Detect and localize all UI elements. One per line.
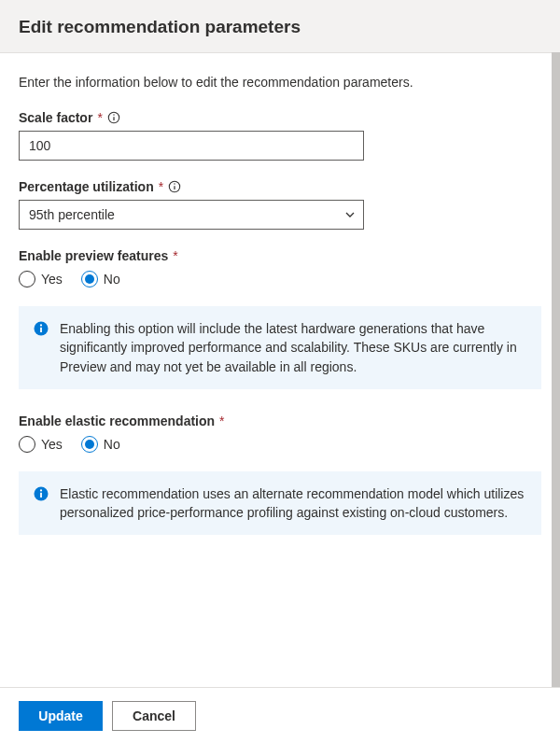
- percentage-utilization-label-row: Percentage utilization *: [19, 179, 541, 194]
- field-percentage-utilization: Percentage utilization *: [19, 179, 541, 230]
- enable-preview-info-text: Enabling this option will include the la…: [60, 319, 526, 376]
- enable-preview-label-row: Enable preview features *: [19, 248, 541, 263]
- field-enable-preview: Enable preview features * Yes No Enablin…: [19, 248, 541, 389]
- scrollbar[interactable]: [552, 52, 560, 687]
- svg-point-2: [113, 114, 114, 115]
- enable-elastic-yes[interactable]: Yes: [19, 436, 63, 453]
- required-indicator: *: [173, 248, 177, 263]
- field-scale-factor: Scale factor *: [19, 110, 541, 161]
- scale-factor-label: Scale factor: [19, 110, 92, 125]
- scale-factor-input[interactable]: [19, 131, 364, 161]
- required-indicator: *: [159, 179, 163, 194]
- enable-elastic-no[interactable]: No: [81, 436, 120, 453]
- svg-rect-7: [40, 328, 42, 332]
- percentage-utilization-label: Percentage utilization: [19, 179, 154, 194]
- radio-label: No: [104, 437, 120, 452]
- info-icon[interactable]: [168, 180, 181, 193]
- cancel-button[interactable]: Cancel: [112, 701, 196, 731]
- svg-point-5: [174, 183, 175, 184]
- radio-label: Yes: [41, 437, 63, 452]
- radio-icon: [81, 436, 98, 453]
- info-icon: [34, 321, 49, 336]
- content-area: Enter the information below to edit the …: [0, 52, 560, 687]
- svg-rect-10: [40, 493, 42, 498]
- enable-preview-yes[interactable]: Yes: [19, 271, 63, 287]
- radio-icon: [81, 271, 98, 287]
- enable-preview-label: Enable preview features: [19, 248, 168, 263]
- info-icon[interactable]: [107, 111, 120, 124]
- update-button[interactable]: Update: [19, 701, 103, 731]
- percentage-utilization-select-wrap[interactable]: [19, 200, 364, 230]
- radio-label: Yes: [41, 272, 63, 287]
- radio-icon: [19, 436, 35, 453]
- radio-label: No: [104, 272, 120, 287]
- required-indicator: *: [97, 110, 102, 125]
- panel-header: Edit recommendation parameters: [0, 0, 560, 53]
- percentage-utilization-select[interactable]: [19, 200, 364, 230]
- enable-elastic-label-row: Enable elastic recommendation *: [19, 414, 541, 428]
- footer: Update Cancel: [0, 687, 560, 743]
- radio-icon: [19, 271, 35, 287]
- svg-point-8: [40, 324, 42, 326]
- enable-preview-radio-group: Yes No: [19, 271, 541, 287]
- info-icon: [34, 486, 49, 501]
- enable-elastic-info-box: Elastic recommendation uses an alternate…: [19, 471, 541, 536]
- enable-preview-info-box: Enabling this option will include the la…: [19, 306, 541, 389]
- enable-preview-no[interactable]: No: [81, 271, 120, 287]
- required-indicator: *: [219, 414, 224, 428]
- scale-factor-label-row: Scale factor *: [19, 110, 541, 125]
- page-title: Edit recommendation parameters: [19, 17, 541, 37]
- intro-text: Enter the information below to edit the …: [19, 75, 541, 90]
- enable-elastic-label: Enable elastic recommendation: [19, 414, 215, 428]
- svg-point-11: [40, 489, 42, 491]
- enable-elastic-info-text: Elastic recommendation uses an alternate…: [60, 484, 526, 523]
- enable-elastic-radio-group: Yes No: [19, 436, 541, 453]
- field-enable-elastic: Enable elastic recommendation * Yes No E…: [19, 414, 541, 536]
